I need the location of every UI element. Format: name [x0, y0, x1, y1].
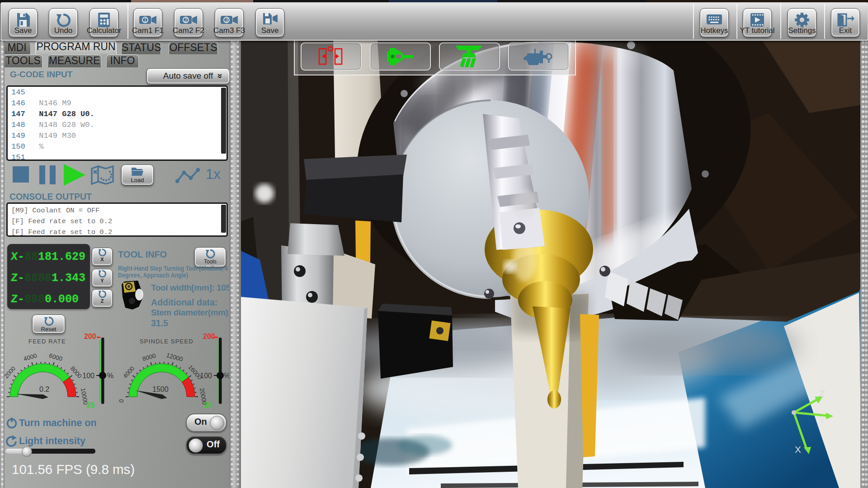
svg-text:25: 25: [204, 401, 212, 409]
svg-text:Y: Y: [819, 415, 825, 425]
svg-text:2: 2: [184, 18, 187, 23]
svg-text:100: 100: [200, 372, 212, 380]
svg-text:3: 3: [225, 18, 228, 23]
svg-text:8000: 8000: [142, 352, 156, 362]
svg-text:12000: 12000: [165, 352, 184, 363]
svg-text:0.2: 0.2: [39, 385, 49, 393]
svg-text:X: X: [795, 444, 801, 455]
svg-text:25: 25: [86, 401, 95, 409]
svg-text:0: 0: [118, 399, 125, 403]
svg-text:8000: 8000: [69, 365, 83, 380]
svg-text:2000: 2000: [3, 365, 17, 380]
svg-text:100: 100: [82, 372, 94, 380]
svg-text:Z: Z: [819, 388, 825, 399]
svg-text:6000: 6000: [48, 352, 63, 362]
svg-text:1500: 1500: [152, 385, 169, 393]
svg-text:%: %: [107, 372, 113, 380]
svg-text:4000: 4000: [23, 352, 38, 362]
svg-text:1: 1: [144, 18, 146, 23]
svg-text:4000: 4000: [122, 365, 136, 380]
